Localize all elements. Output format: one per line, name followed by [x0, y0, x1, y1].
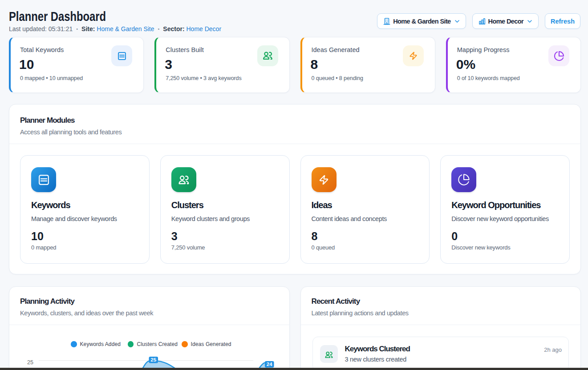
svg-text:25: 25 — [27, 359, 33, 366]
svg-text:24: 24 — [267, 362, 272, 367]
svg-text:25: 25 — [150, 357, 156, 362]
